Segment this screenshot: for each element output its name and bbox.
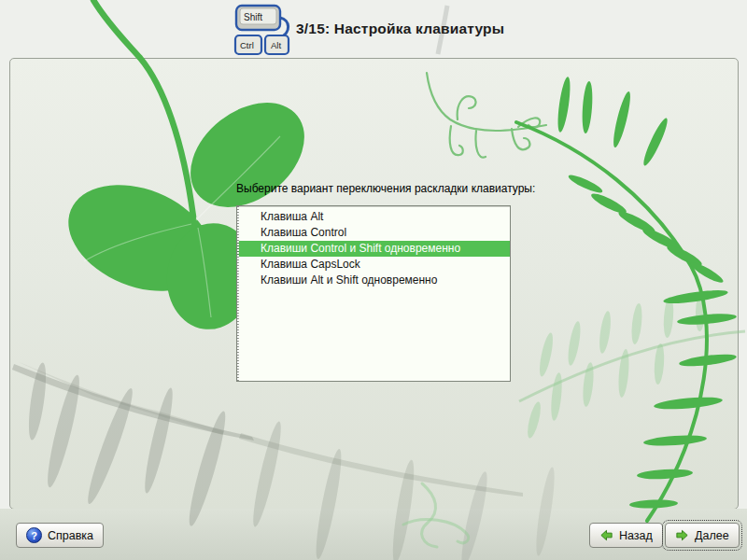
help-icon: ? [26,527,42,543]
next-button-label: Далее [695,529,729,542]
back-button-label: Назад [619,529,653,542]
next-button[interactable]: Далее [665,523,740,548]
wizard-footer: ? Справка Назад Далее [0,0,747,560]
arrow-right-icon [675,528,689,542]
help-button-label: Справка [48,529,93,542]
back-button[interactable]: Назад [589,523,663,548]
help-button[interactable]: ? Справка [16,523,104,548]
arrow-left-icon [599,528,613,542]
